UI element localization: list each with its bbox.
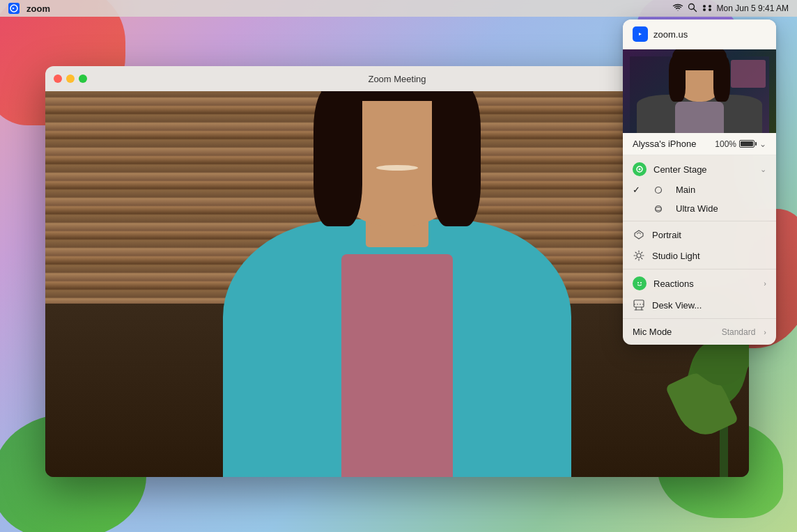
- effects-section: Portrait: [623, 221, 776, 269]
- camera-main-label: Main: [676, 185, 766, 195]
- camera-ultrawide-item[interactable]: Ultra Wide: [623, 199, 776, 218]
- mic-mode-row[interactable]: Mic Mode Standard ›: [623, 322, 776, 342]
- device-chevron[interactable]: ⌄: [759, 139, 766, 149]
- inner-shirt: [341, 254, 453, 477]
- hair-left: [314, 91, 362, 226]
- svg-point-6: [709, 8, 711, 11]
- zoom-menu-icon: [8, 3, 20, 14]
- hair-right: [432, 91, 481, 226]
- reactions-arrow: ›: [764, 279, 766, 288]
- svg-line-2: [693, 8, 696, 11]
- portrait-icon: [633, 228, 645, 241]
- mic-mode-arrow: ›: [764, 328, 766, 336]
- portrait-label: Portrait: [652, 230, 766, 240]
- popup-header: zoom.us: [623, 19, 776, 49]
- mic-mode-value: Standard: [722, 327, 756, 337]
- svg-rect-24: [634, 300, 644, 307]
- battery-section: 100%: [715, 139, 757, 149]
- popup-container: zoom.us: [623, 19, 776, 345]
- popup-menu: zoom.us: [623, 19, 776, 345]
- thumbnail-person-area: [630, 56, 769, 133]
- camera-ultrawide-label: Ultra Wide: [676, 203, 766, 214]
- smile: [376, 165, 418, 171]
- center-stage-item[interactable]: Center Stage ⌄: [623, 158, 776, 180]
- mic-mode-section: Mic Mode Standard ›: [623, 318, 776, 345]
- mic-mode-label: Mic Mode: [633, 327, 715, 337]
- desk-view-label: Desk View...: [652, 300, 766, 311]
- battery-percent: 100%: [715, 139, 736, 149]
- svg-point-22: [637, 282, 639, 283]
- center-stage-label: Center Stage: [653, 164, 753, 175]
- center-stage-arrow: ⌄: [760, 165, 766, 174]
- portrait-item[interactable]: Portrait: [623, 224, 776, 245]
- svg-point-12: [637, 253, 641, 258]
- wifi-icon: [672, 3, 683, 14]
- studio-light-label: Studio Light: [652, 251, 766, 261]
- svg-point-11: [656, 205, 662, 212]
- center-stage-section: Center Stage ⌄ ✓ Main: [623, 155, 776, 221]
- desktop: zoom: [0, 0, 797, 532]
- maximize-button[interactable]: [79, 75, 87, 83]
- popup-domain: zoom.us: [653, 29, 688, 40]
- menubar: zoom: [0, 0, 797, 17]
- reactions-icon: [633, 276, 647, 290]
- zoom-logo: [633, 26, 648, 42]
- reactions-label: Reactions: [653, 279, 757, 289]
- menubar-datetime: Mon Jun 5 9:41 AM: [717, 3, 789, 13]
- device-name: Alyssa's iPhone: [633, 139, 715, 149]
- control-center-icon: [702, 3, 713, 14]
- device-row: Alyssa's iPhone 100% ⌄: [623, 133, 776, 155]
- search-icon: [688, 3, 697, 15]
- desk-view-icon: [633, 299, 645, 311]
- studio-light-item[interactable]: Studio Light: [623, 245, 776, 266]
- svg-line-18: [642, 258, 642, 259]
- minimize-button[interactable]: [66, 75, 75, 83]
- svg-point-9: [639, 169, 641, 171]
- svg-line-17: [635, 252, 636, 253]
- close-button[interactable]: [54, 75, 62, 83]
- desk-view-item[interactable]: Desk View...: [623, 295, 776, 315]
- extras-section: Reactions › Desk View...: [623, 269, 776, 318]
- menubar-app-name: zoom: [26, 3, 50, 14]
- ultrawide-icon: [652, 204, 665, 214]
- svg-point-23: [640, 282, 642, 283]
- svg-point-10: [656, 187, 662, 193]
- svg-point-5: [703, 8, 706, 11]
- svg-point-4: [709, 5, 711, 8]
- video-thumbnail: [623, 49, 776, 133]
- traffic-lights[interactable]: [54, 75, 87, 83]
- svg-line-20: [635, 258, 636, 259]
- main-camera-icon: [652, 185, 665, 195]
- window-title: Zoom Meeting: [368, 74, 426, 84]
- center-stage-icon: [633, 162, 647, 176]
- svg-line-19: [642, 252, 642, 253]
- camera-main-item[interactable]: ✓ Main: [623, 180, 776, 199]
- studio-light-icon: [633, 249, 645, 262]
- menubar-left: zoom: [8, 3, 50, 14]
- svg-point-3: [703, 5, 706, 8]
- svg-point-21: [635, 279, 644, 288]
- menubar-right: Mon Jun 5 9:41 AM: [672, 3, 789, 15]
- battery-icon: [739, 140, 757, 148]
- check-mark: ✓: [633, 185, 645, 195]
- reactions-item[interactable]: Reactions ›: [623, 272, 776, 295]
